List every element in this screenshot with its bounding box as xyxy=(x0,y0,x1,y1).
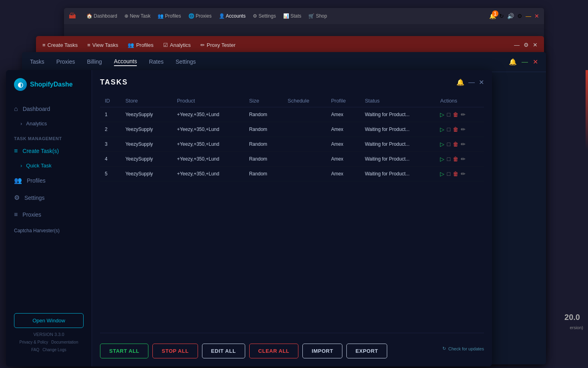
sidebar-version: VERSION 3.3.0 xyxy=(14,332,84,337)
table-row: 4 YeezySupply +Yeezy,+350,+Lund Random A… xyxy=(100,152,484,167)
open-window-button[interactable]: Open Window xyxy=(14,313,84,328)
cell-product: +Yeezy,+350,+Lund xyxy=(172,152,244,167)
bg-win3-nav-accounts[interactable]: Accounts xyxy=(114,58,137,66)
volume-icon[interactable]: 🔊 xyxy=(507,13,514,19)
start-all-button[interactable]: START ALL xyxy=(100,344,148,358)
stop-icon[interactable]: □ xyxy=(447,126,450,133)
import-button[interactable]: IMPORT xyxy=(302,344,342,358)
proxy-tester-icon: ✏ xyxy=(200,42,205,48)
bg-win2-minimize[interactable]: — xyxy=(514,42,520,48)
settings-icon[interactable]: ⚙ xyxy=(517,13,522,19)
privacy-policy-link[interactable]: Privacy & Policy xyxy=(20,340,48,344)
change-logs-link[interactable]: Change Logs xyxy=(42,348,66,352)
bg-win3-nav-settings[interactable]: Settings xyxy=(176,58,196,66)
bg-win2-close[interactable]: ✕ xyxy=(533,42,538,48)
bg-win3-nav-billing[interactable]: Billing xyxy=(87,58,102,66)
cell-product: +Yeezy,+350,+Lund xyxy=(172,137,244,152)
sidebar-item-create-tasks[interactable]: ≡ Create Task(s) xyxy=(6,143,92,159)
delete-icon[interactable]: 🗑 xyxy=(453,126,458,133)
cell-actions: ▷ □ 🗑 ✏ xyxy=(435,137,484,152)
clear-all-button[interactable]: CLEAR ALL xyxy=(249,344,299,358)
delete-icon[interactable]: 🗑 xyxy=(453,171,458,177)
bg-window1-nav: 🏠 Dashboard ⊕ New Task 👥 Profiles 🌐 Prox… xyxy=(86,13,327,19)
bg-win2-nav-analytics[interactable]: ☑ Analytics xyxy=(163,42,191,48)
bg-win2-settings[interactable]: ⚙ xyxy=(524,42,529,48)
col-profile: Profile xyxy=(326,95,360,107)
bg-win2-nav-profiles[interactable]: 👥 Profiles xyxy=(128,42,153,48)
bg-win1-nav-shop[interactable]: 🛒 Shop xyxy=(308,13,327,19)
edit-all-button[interactable]: EDIT ALL xyxy=(202,344,245,358)
table-row: 5 YeezySupply +Yeezy,+350,+Lund Random A… xyxy=(100,167,484,181)
play-icon[interactable]: ▷ xyxy=(440,111,444,118)
close-main-icon[interactable]: ✕ xyxy=(479,78,484,86)
bg-window2-controls: — ⚙ ✕ xyxy=(514,42,538,48)
page-title: TASKS xyxy=(100,78,128,86)
play-icon[interactable]: ▷ xyxy=(440,141,444,147)
bg-win1-nav-proxies[interactable]: 🌐 Proxies xyxy=(188,13,212,19)
export-button[interactable]: EXPORT xyxy=(346,344,387,358)
cell-profile: Amex xyxy=(326,152,360,167)
documentation-link[interactable]: Documentation xyxy=(51,340,78,344)
bg-win1-nav-accounts[interactable]: 👤 Accounts xyxy=(219,13,246,19)
refresh-icon[interactable]: ↻ xyxy=(499,13,504,19)
sidebar-item-dashboard[interactable]: ⌂ Dashboard xyxy=(6,101,92,117)
play-icon[interactable]: ▷ xyxy=(440,171,444,177)
bg-win3-nav-tasks[interactable]: Tasks xyxy=(30,58,44,66)
cell-id: 5 xyxy=(100,167,120,181)
quick-task-chevron-icon: › xyxy=(20,163,22,169)
cell-schedule xyxy=(283,122,326,137)
stop-icon[interactable]: □ xyxy=(447,111,450,118)
bg-window3-titlebar: Tasks Proxies Billing Accounts Rates Set… xyxy=(22,52,546,72)
edit-icon[interactable]: ✏ xyxy=(461,111,466,118)
edit-icon[interactable]: ✏ xyxy=(461,156,466,162)
sidebar-item-analytics[interactable]: › Analytics xyxy=(6,117,92,130)
cell-size: Random xyxy=(244,107,283,122)
bg-win3-bell[interactable]: 🔔 xyxy=(509,58,517,66)
bg-win2-nav-view-tasks[interactable]: ≡ View Tasks xyxy=(87,42,118,48)
bg-win2-nav-proxy-tester[interactable]: ✏ Proxy Tester xyxy=(200,42,236,48)
bg-win3-close[interactable]: ✕ xyxy=(533,58,538,66)
cell-status: Waiting for Product... xyxy=(360,167,435,181)
bg-win3-minimize[interactable]: — xyxy=(522,58,528,66)
edit-icon[interactable]: ✏ xyxy=(461,141,466,147)
profiles-icon: 👥 xyxy=(128,42,134,48)
stop-icon[interactable]: □ xyxy=(447,156,450,162)
bg-window1-logo: 🏔 xyxy=(69,12,76,20)
play-icon[interactable]: ▷ xyxy=(440,156,444,162)
cell-schedule xyxy=(283,137,326,152)
sidebar-item-quick-task[interactable]: › Quick Task xyxy=(6,159,92,172)
table-body: 1 YeezySupply +Yeezy,+350,+Lund Random A… xyxy=(100,107,484,181)
play-icon[interactable]: ▷ xyxy=(440,126,444,133)
sidebar-logo-text: ShopifyDashe xyxy=(30,81,73,88)
edit-icon[interactable]: ✏ xyxy=(461,126,466,133)
bg-win3-nav-rates[interactable]: Rates xyxy=(149,58,164,66)
stop-all-button[interactable]: STOP ALL xyxy=(152,344,198,358)
stop-icon[interactable]: □ xyxy=(447,141,450,147)
stop-icon[interactable]: □ xyxy=(447,171,450,177)
close-icon[interactable]: ✕ xyxy=(534,13,539,19)
bg-win1-nav-newtask[interactable]: ⊕ New Task xyxy=(124,13,150,19)
delete-icon[interactable]: 🗑 xyxy=(453,141,458,147)
bg-win1-nav-stats[interactable]: 📊 Stats xyxy=(283,13,302,19)
cell-product: +Yeezy,+350,+Lund xyxy=(172,167,244,181)
minimize-icon[interactable]: — xyxy=(526,13,531,19)
bell-icon[interactable]: 🔔 xyxy=(456,78,464,86)
sidebar-item-profiles[interactable]: 👥 Profiles xyxy=(6,172,92,189)
check-updates-link[interactable]: ↻ Check for updates xyxy=(442,346,484,351)
delete-icon[interactable]: 🗑 xyxy=(453,111,458,118)
sidebar-item-settings[interactable]: ⚙ Settings xyxy=(6,189,92,206)
faq-link[interactable]: FAQ xyxy=(31,348,39,352)
delete-icon[interactable]: 🗑 xyxy=(453,156,458,162)
bg-win3-nav-proxies[interactable]: Proxies xyxy=(56,58,75,66)
bg-win1-nav-dashboard[interactable]: 🏠 Dashboard xyxy=(86,13,117,19)
cell-store: YeezySupply xyxy=(120,107,172,122)
minimize-main-icon[interactable]: — xyxy=(468,79,475,86)
bg-win2-nav-create-tasks[interactable]: ≡ Create Tasks xyxy=(42,42,78,48)
sidebar-item-proxies[interactable]: ≡ Proxies xyxy=(6,206,92,223)
edit-icon[interactable]: ✏ xyxy=(461,171,466,177)
bg-win1-nav-profiles[interactable]: 👥 Profiles xyxy=(158,13,181,19)
cell-id: 3 xyxy=(100,137,120,152)
col-schedule: Schedule xyxy=(283,95,326,107)
bg-win1-nav-settings[interactable]: ⚙ Settings xyxy=(253,13,276,19)
table-row: 1 YeezySupply +Yeezy,+350,+Lund Random A… xyxy=(100,107,484,122)
